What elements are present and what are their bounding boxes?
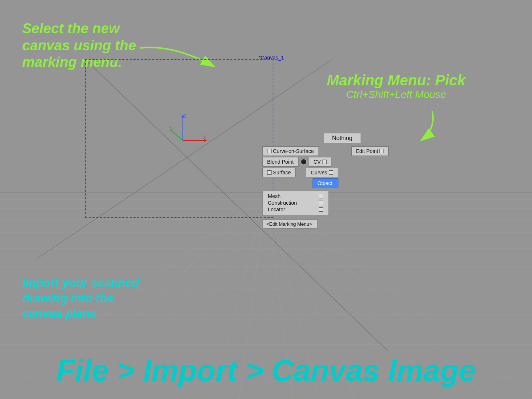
grid-background — [0, 0, 532, 399]
viewport — [0, 0, 532, 399]
